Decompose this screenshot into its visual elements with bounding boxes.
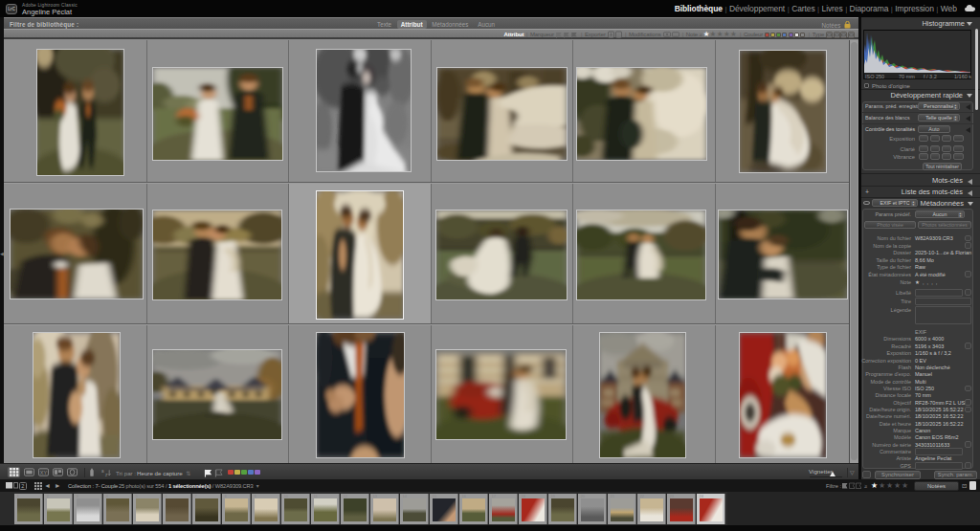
svg-text:XY: XY [40, 470, 48, 476]
svg-text:a: a [101, 469, 104, 474]
svg-text:z: z [105, 473, 108, 477]
